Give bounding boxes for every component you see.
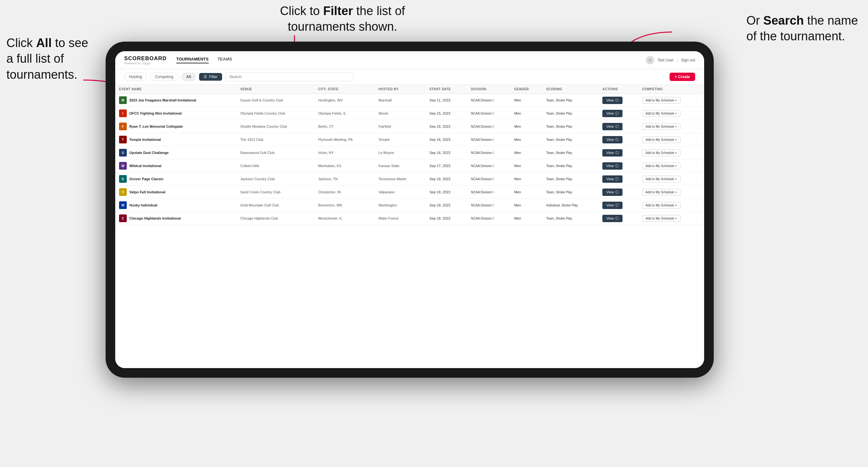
table-container: EVENT NAME VENUE CITY, STATE HOSTED BY S… xyxy=(115,85,704,368)
team-icon: C xyxy=(119,214,127,222)
cell-venue: The 1912 Club xyxy=(237,133,314,146)
add-to-schedule-button[interactable]: Add to My Schedule + xyxy=(642,189,680,195)
annotation-left: Click All to see a full list of tourname… xyxy=(6,35,96,83)
view-button[interactable]: View ⓘ xyxy=(602,136,622,144)
team-icon: W xyxy=(119,162,127,169)
cell-event-name: W Wildcat Invitational xyxy=(115,159,237,173)
add-to-schedule-button[interactable]: Add to My Schedule + xyxy=(642,136,680,143)
info-icon: ⓘ xyxy=(615,111,619,116)
team-icon: W xyxy=(119,201,127,209)
view-button[interactable]: View ⓘ xyxy=(602,97,622,104)
sign-out-link[interactable]: Sign out xyxy=(681,58,695,62)
cell-hosted-by: Marshall xyxy=(375,94,426,107)
add-to-schedule-button[interactable]: Add to My Schedule + xyxy=(642,202,680,209)
event-name-text: OFCC Fighting Illini Invitational xyxy=(129,112,182,115)
cell-scoring: Team, Stroke Play xyxy=(542,173,598,186)
view-button[interactable]: View ⓘ xyxy=(602,215,622,222)
view-button[interactable]: View ⓘ xyxy=(602,123,622,130)
nav-teams[interactable]: TEAMS xyxy=(218,57,232,63)
tab-competing[interactable]: Competing xyxy=(150,73,178,81)
app-header: SCOREBOARD Powered by clippd TOURNAMENTS… xyxy=(115,51,704,69)
add-to-schedule-button[interactable]: Add to My Schedule + xyxy=(642,97,680,104)
team-icon: V xyxy=(119,188,127,196)
cell-competing: Add to My Schedule + xyxy=(638,199,704,212)
col-competing: COMPETING xyxy=(638,85,704,94)
cell-actions: View ⓘ xyxy=(598,212,638,225)
view-button[interactable]: View ⓘ xyxy=(602,149,622,157)
add-to-schedule-button[interactable]: Add to My Schedule + xyxy=(642,176,680,182)
main-nav: TOURNAMENTS TEAMS xyxy=(176,57,646,63)
annotation-right: Or Search the name of the tournament. xyxy=(746,13,862,44)
cell-division: NCAA Division I xyxy=(467,199,510,212)
cell-division: NCAA Division I xyxy=(467,107,510,120)
cell-hosted-by: Tennessee-Martin xyxy=(375,173,426,186)
user-name: Test User xyxy=(657,58,674,62)
cell-actions: View ⓘ xyxy=(598,146,638,159)
cell-division: NCAA Division I xyxy=(467,159,510,173)
toolbar: Hosting Competing All ☰ Filter + Create xyxy=(115,69,704,85)
cell-start-date: Sep 18, 2023 xyxy=(426,173,467,186)
team-icon: T xyxy=(119,136,127,144)
event-name-text: Upstate Dual Challenge xyxy=(129,151,169,155)
tab-hosting[interactable]: Hosting xyxy=(124,73,147,81)
cell-event-name: I OFCC Fighting Illini Invitational xyxy=(115,107,237,120)
cell-hosted-by: Temple xyxy=(375,133,426,146)
cell-start-date: Sep 16, 2023 xyxy=(426,133,467,146)
cell-event-name: W Husky Individual xyxy=(115,199,237,212)
team-icon: G xyxy=(119,175,127,183)
add-to-schedule-button[interactable]: Add to My Schedule + xyxy=(642,123,680,130)
cell-scoring: Team, Stroke Play xyxy=(542,146,598,159)
col-actions: ACTIONS xyxy=(598,85,638,94)
tab-all[interactable]: All xyxy=(182,73,196,81)
cell-start-date: Sep 15, 2023 xyxy=(426,107,467,120)
view-button[interactable]: View ⓘ xyxy=(602,176,622,183)
event-name-text: Temple Invitational xyxy=(129,137,161,142)
nav-tournaments[interactable]: TOURNAMENTS xyxy=(176,57,209,63)
cell-gender: Men xyxy=(510,133,542,146)
cell-actions: View ⓘ xyxy=(598,159,638,173)
cell-event-name: V Valpo Fall Invitational xyxy=(115,186,237,199)
cell-gender: Men xyxy=(510,146,542,159)
cell-competing: Add to My Schedule + xyxy=(638,146,704,159)
info-icon: ⓘ xyxy=(615,203,619,208)
cell-city: Manhattan, KS xyxy=(314,159,375,173)
view-button[interactable]: View ⓘ xyxy=(602,201,622,209)
cell-scoring: Team, Stroke Play xyxy=(542,94,598,107)
info-icon: ⓘ xyxy=(615,190,619,195)
create-button[interactable]: + Create xyxy=(670,73,695,81)
cell-scoring: Team, Stroke Play xyxy=(542,212,598,225)
table-row: W Wildcat Invitational Colbert Hills Man… xyxy=(115,159,704,173)
view-button[interactable]: View ⓘ xyxy=(602,162,622,169)
cell-venue: Ravenwood Golf Club xyxy=(237,146,314,159)
filter-button[interactable]: ☰ Filter xyxy=(199,73,222,81)
cell-gender: Men xyxy=(510,212,542,225)
cell-city: Huntington, WV xyxy=(314,94,375,107)
col-division: DIVISION xyxy=(467,85,510,94)
add-to-schedule-button[interactable]: Add to My Schedule + xyxy=(642,163,680,169)
view-button[interactable]: View ⓘ xyxy=(602,110,622,117)
cell-scoring: Team, Stroke Play xyxy=(542,120,598,133)
col-scoring: SCORING xyxy=(542,85,598,94)
avatar: U xyxy=(646,56,654,64)
cell-division: NCAA Division I xyxy=(467,212,510,225)
table-row: U Upstate Dual Challenge Ravenwood Golf … xyxy=(115,146,704,159)
cell-scoring: Team, Stroke Play xyxy=(542,159,598,173)
cell-venue: Sand Creek Country Club xyxy=(237,186,314,199)
cell-start-date: Sep 18, 2023 xyxy=(426,186,467,199)
view-button[interactable]: View ⓘ xyxy=(602,189,622,196)
add-to-schedule-button[interactable]: Add to My Schedule + xyxy=(642,215,680,222)
search-input[interactable] xyxy=(225,72,353,81)
add-to-schedule-button[interactable]: Add to My Schedule + xyxy=(642,150,680,156)
cell-gender: Men xyxy=(510,120,542,133)
add-to-schedule-button[interactable]: Add to My Schedule + xyxy=(642,110,680,117)
cell-venue: Shuttle Meadow Country Club xyxy=(237,120,314,133)
team-icon: U xyxy=(119,149,127,157)
event-name-text: Ryan T. Lee Memorial Collegiate xyxy=(129,125,183,128)
cell-hosted-by: Fairfield xyxy=(375,120,426,133)
cell-start-date: Sep 16, 2023 xyxy=(426,120,467,133)
header-right: U Test User | Sign out xyxy=(646,56,695,64)
col-start-date: START DATE xyxy=(426,85,467,94)
info-icon: ⓘ xyxy=(615,177,619,182)
cell-venue: Olympia Fields Country Club xyxy=(237,107,314,120)
cell-hosted-by: Illinois xyxy=(375,107,426,120)
